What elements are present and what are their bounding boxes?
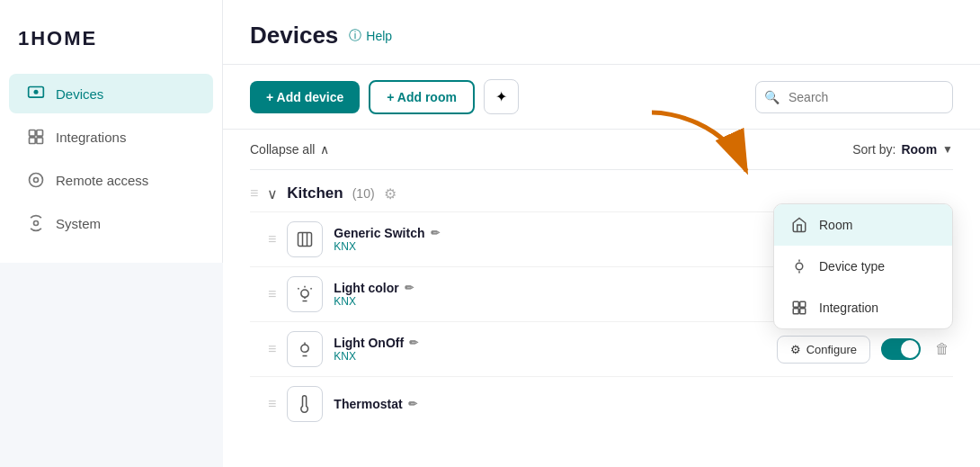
edit-device-name-icon-2[interactable]: ✏ <box>405 282 414 294</box>
dropdown-item-device-type[interactable]: Device type <box>774 246 952 287</box>
system-icon <box>27 214 45 232</box>
collapse-all-label: Collapse all <box>250 142 315 157</box>
dropdown-item-room-label: Room <box>819 218 852 232</box>
sort-bar: Collapse all ∧ Sort by: Room ▼ <box>250 130 953 170</box>
page-title: Devices <box>250 22 338 49</box>
configure-gear-icon-3: ⚙ <box>790 343 801 356</box>
sparkle-button[interactable]: ✦ <box>484 79 519 114</box>
device-integration-generic-switch: KNX <box>334 240 765 253</box>
room-collapse-icon[interactable]: ∨ <box>267 185 278 202</box>
svg-rect-15 <box>800 309 806 314</box>
device-drag-handle[interactable]: ≡ <box>268 396 276 412</box>
room-count-kitchen: (10) <box>352 186 375 201</box>
collapse-all-button[interactable]: Collapse all ∧ <box>250 142 329 157</box>
edit-device-name-icon[interactable]: ✏ <box>431 227 440 239</box>
app-logo: 1HOME <box>0 18 222 72</box>
content-area: Collapse all ∧ Sort by: Room ▼ Room <box>223 130 980 467</box>
sort-by-label: Sort by: <box>852 142 895 157</box>
remote-access-icon <box>27 171 45 189</box>
device-icon-light-onoff <box>287 331 323 367</box>
device-name-thermostat: Thermostat ✏ <box>334 397 953 411</box>
help-icon: ⓘ <box>349 28 361 44</box>
sidebar: 1HOME Devices Integrations Remote access… <box>0 0 223 467</box>
svg-point-19 <box>301 290 308 297</box>
svg-rect-12 <box>793 301 798 307</box>
svg-line-22 <box>311 288 312 289</box>
sort-dropdown: Room Device type Integration <box>773 203 953 329</box>
dropdown-item-integration-label: Integration <box>819 301 878 315</box>
device-info-generic-switch: Generic Switch ✏ KNX <box>334 226 765 253</box>
add-room-button[interactable]: + Add room <box>369 80 475 114</box>
sort-chevron-icon: ▼ <box>942 143 953 156</box>
device-name-light-color: Light color ✏ <box>334 281 765 295</box>
sidebar-item-system[interactable]: System <box>9 203 213 243</box>
device-info-light-onoff: Light OnOff ✏ KNX <box>334 336 765 363</box>
search-wrapper: 🔍 <box>755 81 953 113</box>
toolbar: + Add device + Add room ✦ 🔍 <box>223 65 980 130</box>
svg-point-9 <box>796 263 803 270</box>
sort-by-button[interactable]: Sort by: Room ▼ <box>852 142 953 157</box>
device-info-thermostat: Thermostat ✏ <box>334 397 953 411</box>
device-integration-light-onoff: KNX <box>334 350 765 363</box>
sidebar-item-system-label: System <box>56 216 101 231</box>
sidebar-item-integrations-label: Integrations <box>56 130 126 145</box>
device-icon-switch <box>287 221 323 257</box>
toggle-light-onoff[interactable] <box>881 338 921 360</box>
svg-point-1 <box>34 90 39 94</box>
collapse-chevron-icon: ∧ <box>320 142 329 157</box>
sidebar-item-devices-label: Devices <box>56 86 103 102</box>
room-drag-handle[interactable]: ≡ <box>250 185 258 202</box>
configure-button-light-onoff[interactable]: ⚙ Configure <box>777 336 870 364</box>
edit-device-name-icon-3[interactable]: ✏ <box>409 337 418 349</box>
dropdown-item-device-type-label: Device type <box>819 259 885 274</box>
integration-dropdown-icon <box>790 299 808 317</box>
svg-rect-14 <box>793 309 798 314</box>
device-integration-light-color: KNX <box>334 295 765 308</box>
device-drag-handle[interactable]: ≡ <box>268 231 276 247</box>
svg-point-6 <box>30 174 43 187</box>
sidebar-item-devices[interactable]: Devices <box>9 74 213 113</box>
main-content: Devices ⓘ Help + Add device + Add room ✦… <box>223 0 980 467</box>
svg-rect-3 <box>37 130 43 137</box>
svg-rect-5 <box>37 138 43 144</box>
svg-rect-13 <box>800 301 806 307</box>
svg-point-7 <box>34 178 39 183</box>
help-label: Help <box>366 29 392 43</box>
device-name-light-onoff: Light OnOff ✏ <box>334 336 765 350</box>
dropdown-item-room[interactable]: Room <box>774 204 952 246</box>
room-dropdown-icon <box>790 216 808 234</box>
sort-by-value: Room <box>901 142 937 157</box>
search-icon: 🔍 <box>764 90 780 104</box>
svg-line-21 <box>298 288 299 289</box>
device-row-light-onoff: ≡ Light OnOff ✏ KNX ⚙ Configure 🗑 <box>250 321 953 376</box>
add-device-button[interactable]: + Add device <box>250 81 360 113</box>
integrations-icon <box>27 128 45 146</box>
svg-rect-16 <box>298 233 312 247</box>
search-input[interactable] <box>755 81 953 113</box>
svg-rect-4 <box>30 138 36 144</box>
room-settings-icon[interactable]: ⚙ <box>384 185 396 202</box>
sidebar-item-remote-access[interactable]: Remote access <box>9 160 213 200</box>
device-row-thermostat: ≡ Thermostat ✏ <box>250 376 953 431</box>
edit-device-name-icon-4[interactable]: ✏ <box>408 398 417 410</box>
device-name-generic-switch: Generic Switch ✏ <box>334 226 765 240</box>
device-icon-thermostat <box>287 386 323 422</box>
devices-icon <box>27 85 45 103</box>
dropdown-item-integration[interactable]: Integration <box>774 287 952 328</box>
device-info-light-color: Light color ✏ KNX <box>334 281 765 308</box>
help-link[interactable]: ⓘ Help <box>349 28 392 44</box>
svg-rect-2 <box>30 130 36 137</box>
page-header: Devices ⓘ Help <box>223 0 980 65</box>
device-icon-light-color <box>287 276 323 312</box>
device-drag-handle[interactable]: ≡ <box>268 286 276 302</box>
device-drag-handle[interactable]: ≡ <box>268 341 276 357</box>
delete-button-light-onoff[interactable]: 🗑 <box>931 337 953 361</box>
room-title-kitchen: Kitchen <box>287 184 343 202</box>
sidebar-item-remote-access-label: Remote access <box>56 173 148 188</box>
svg-point-8 <box>34 221 39 226</box>
device-type-dropdown-icon <box>790 257 808 275</box>
sidebar-item-integrations[interactable]: Integrations <box>9 117 213 157</box>
